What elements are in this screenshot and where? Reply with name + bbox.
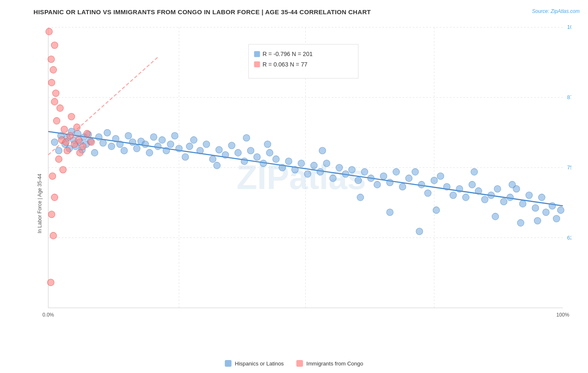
svg-point-147 — [50, 232, 56, 239]
svg-point-119 — [492, 213, 499, 220]
svg-point-56 — [186, 143, 193, 150]
svg-point-102 — [475, 188, 482, 194]
svg-point-141 — [79, 143, 86, 150]
svg-point-79 — [330, 175, 336, 181]
svg-point-122 — [433, 207, 440, 213]
svg-point-63 — [228, 142, 235, 149]
svg-point-89 — [393, 169, 399, 175]
svg-point-127 — [214, 162, 220, 169]
svg-point-54 — [176, 145, 182, 152]
svg-point-105 — [494, 186, 501, 192]
svg-point-106 — [501, 198, 507, 205]
svg-text:62.5%: 62.5% — [567, 235, 571, 241]
svg-text:100.0%: 100.0% — [567, 24, 571, 30]
blue-legend-item: Hispanics or Latinos — [225, 360, 284, 367]
svg-point-27 — [74, 130, 81, 137]
svg-point-82 — [348, 166, 355, 173]
svg-point-41 — [121, 147, 128, 154]
svg-point-57 — [190, 137, 197, 143]
svg-point-113 — [542, 209, 549, 215]
pink-legend-label: Immigrants from Congo — [307, 360, 363, 367]
svg-point-104 — [488, 192, 494, 199]
svg-point-35 — [95, 134, 102, 141]
svg-point-90 — [399, 183, 406, 190]
svg-text:R = -0.796   N = 201: R = -0.796 N = 201 — [263, 51, 313, 57]
svg-point-87 — [380, 173, 387, 179]
svg-point-156 — [68, 113, 75, 120]
svg-point-130 — [46, 28, 52, 35]
svg-point-144 — [49, 173, 56, 179]
svg-point-43 — [129, 139, 136, 146]
svg-rect-162 — [254, 61, 260, 67]
svg-point-55 — [182, 153, 189, 160]
svg-point-71 — [279, 164, 286, 171]
svg-point-152 — [53, 118, 60, 124]
svg-point-44 — [133, 145, 140, 152]
svg-text:0.0%: 0.0% — [43, 312, 54, 318]
svg-point-118 — [416, 228, 423, 235]
svg-point-46 — [142, 141, 148, 148]
svg-point-68 — [260, 160, 267, 167]
svg-point-67 — [254, 153, 261, 160]
svg-point-126 — [319, 147, 326, 154]
svg-point-131 — [51, 42, 58, 49]
svg-point-38 — [108, 143, 115, 150]
svg-point-48 — [150, 134, 157, 141]
svg-point-72 — [285, 158, 292, 164]
svg-point-120 — [517, 220, 524, 226]
chart-title: HISPANIC OR LATINO VS IMMIGRANTS FROM CO… — [8, 8, 580, 15]
svg-point-69 — [266, 149, 273, 156]
svg-point-145 — [51, 194, 58, 201]
svg-point-34 — [91, 149, 98, 156]
svg-point-83 — [355, 177, 362, 184]
svg-point-137 — [63, 139, 69, 146]
svg-point-111 — [532, 204, 539, 211]
svg-point-40 — [117, 141, 123, 148]
svg-point-123 — [471, 169, 478, 175]
svg-point-74 — [298, 160, 304, 167]
svg-point-146 — [48, 211, 55, 218]
pink-legend-item: Immigrants from Congo — [297, 360, 363, 367]
svg-rect-160 — [254, 51, 260, 57]
svg-point-93 — [418, 181, 425, 188]
svg-point-157 — [74, 124, 80, 130]
blue-legend-label: Hispanics or Latinos — [235, 360, 284, 367]
svg-point-125 — [357, 194, 364, 201]
svg-point-70 — [273, 156, 279, 162]
svg-point-81 — [342, 171, 349, 177]
svg-point-114 — [549, 202, 556, 209]
svg-point-96 — [437, 173, 444, 179]
svg-text:100%: 100% — [556, 312, 569, 318]
source-label: Source: ZipAtlas.com — [532, 8, 580, 14]
svg-point-78 — [323, 160, 330, 167]
svg-point-110 — [526, 192, 532, 199]
svg-point-149 — [55, 156, 62, 162]
svg-point-132 — [48, 56, 54, 62]
svg-point-85 — [368, 175, 374, 181]
svg-point-73 — [291, 166, 298, 173]
chart-container: HISPANIC OR LATINO VS IMMIGRANTS FROM CO… — [0, 0, 588, 373]
svg-point-112 — [538, 194, 545, 201]
svg-point-154 — [51, 98, 58, 105]
svg-point-59 — [203, 141, 210, 148]
svg-text:87.5%: 87.5% — [567, 94, 571, 100]
svg-point-98 — [450, 192, 457, 199]
svg-point-158 — [77, 149, 83, 156]
svg-point-65 — [241, 158, 248, 164]
svg-point-100 — [463, 194, 469, 201]
svg-point-66 — [247, 147, 254, 154]
svg-point-61 — [216, 146, 222, 153]
svg-point-99 — [456, 186, 463, 192]
svg-point-134 — [48, 79, 55, 86]
svg-point-129 — [264, 141, 271, 148]
svg-point-58 — [197, 147, 203, 154]
svg-point-75 — [304, 171, 311, 177]
svg-point-94 — [424, 190, 431, 197]
svg-point-117 — [386, 209, 393, 215]
svg-text:R =  0.063   N =  77: R = 0.063 N = 77 — [263, 61, 308, 68]
svg-point-138 — [67, 132, 74, 139]
svg-point-124 — [509, 181, 516, 188]
svg-point-39 — [112, 135, 119, 142]
svg-point-18 — [51, 139, 58, 146]
svg-point-80 — [336, 164, 343, 171]
